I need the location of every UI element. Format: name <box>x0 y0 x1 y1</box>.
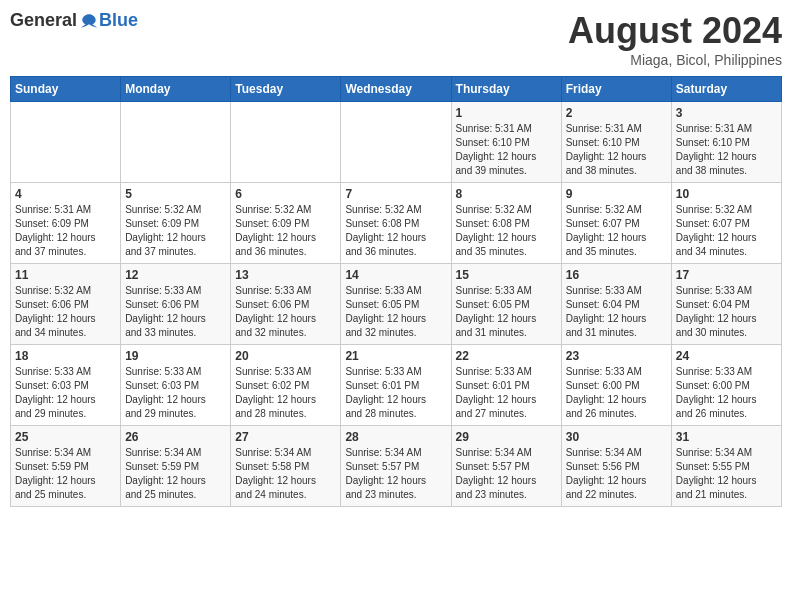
calendar-day-cell: 13Sunrise: 5:33 AM Sunset: 6:06 PM Dayli… <box>231 264 341 345</box>
day-detail: Sunrise: 5:32 AM Sunset: 6:09 PM Dayligh… <box>125 203 226 259</box>
weekday-header-cell: Thursday <box>451 77 561 102</box>
weekday-header-cell: Monday <box>121 77 231 102</box>
calendar-day-cell: 16Sunrise: 5:33 AM Sunset: 6:04 PM Dayli… <box>561 264 671 345</box>
day-number: 27 <box>235 430 336 444</box>
day-number: 25 <box>15 430 116 444</box>
day-number: 18 <box>15 349 116 363</box>
day-detail: Sunrise: 5:34 AM Sunset: 5:59 PM Dayligh… <box>125 446 226 502</box>
day-number: 19 <box>125 349 226 363</box>
logo-general-text: General <box>10 10 77 31</box>
calendar-day-cell: 27Sunrise: 5:34 AM Sunset: 5:58 PM Dayli… <box>231 426 341 507</box>
day-number: 8 <box>456 187 557 201</box>
day-detail: Sunrise: 5:33 AM Sunset: 6:05 PM Dayligh… <box>345 284 446 340</box>
month-title: August 2024 <box>568 10 782 52</box>
calendar-week-row: 4Sunrise: 5:31 AM Sunset: 6:09 PM Daylig… <box>11 183 782 264</box>
location-title: Miaga, Bicol, Philippines <box>568 52 782 68</box>
day-detail: Sunrise: 5:31 AM Sunset: 6:10 PM Dayligh… <box>456 122 557 178</box>
weekday-header-row: SundayMondayTuesdayWednesdayThursdayFrid… <box>11 77 782 102</box>
day-detail: Sunrise: 5:34 AM Sunset: 5:59 PM Dayligh… <box>15 446 116 502</box>
calendar-day-cell: 8Sunrise: 5:32 AM Sunset: 6:08 PM Daylig… <box>451 183 561 264</box>
weekday-header-cell: Tuesday <box>231 77 341 102</box>
day-number: 2 <box>566 106 667 120</box>
calendar-day-cell: 12Sunrise: 5:33 AM Sunset: 6:06 PM Dayli… <box>121 264 231 345</box>
day-number: 22 <box>456 349 557 363</box>
calendar-day-cell: 28Sunrise: 5:34 AM Sunset: 5:57 PM Dayli… <box>341 426 451 507</box>
day-number: 5 <box>125 187 226 201</box>
day-number: 15 <box>456 268 557 282</box>
day-detail: Sunrise: 5:34 AM Sunset: 5:56 PM Dayligh… <box>566 446 667 502</box>
weekday-header-cell: Friday <box>561 77 671 102</box>
calendar-week-row: 11Sunrise: 5:32 AM Sunset: 6:06 PM Dayli… <box>11 264 782 345</box>
calendar-day-cell: 18Sunrise: 5:33 AM Sunset: 6:03 PM Dayli… <box>11 345 121 426</box>
day-number: 11 <box>15 268 116 282</box>
day-detail: Sunrise: 5:31 AM Sunset: 6:10 PM Dayligh… <box>676 122 777 178</box>
day-detail: Sunrise: 5:33 AM Sunset: 6:01 PM Dayligh… <box>345 365 446 421</box>
calendar-day-cell: 15Sunrise: 5:33 AM Sunset: 6:05 PM Dayli… <box>451 264 561 345</box>
day-number: 20 <box>235 349 336 363</box>
day-detail: Sunrise: 5:34 AM Sunset: 5:57 PM Dayligh… <box>456 446 557 502</box>
calendar-week-row: 18Sunrise: 5:33 AM Sunset: 6:03 PM Dayli… <box>11 345 782 426</box>
calendar-day-cell: 11Sunrise: 5:32 AM Sunset: 6:06 PM Dayli… <box>11 264 121 345</box>
day-number: 13 <box>235 268 336 282</box>
day-detail: Sunrise: 5:32 AM Sunset: 6:08 PM Dayligh… <box>345 203 446 259</box>
day-detail: Sunrise: 5:32 AM Sunset: 6:07 PM Dayligh… <box>676 203 777 259</box>
day-number: 1 <box>456 106 557 120</box>
calendar-day-cell <box>121 102 231 183</box>
calendar-day-cell: 21Sunrise: 5:33 AM Sunset: 6:01 PM Dayli… <box>341 345 451 426</box>
day-detail: Sunrise: 5:33 AM Sunset: 6:02 PM Dayligh… <box>235 365 336 421</box>
calendar-day-cell: 24Sunrise: 5:33 AM Sunset: 6:00 PM Dayli… <box>671 345 781 426</box>
day-number: 29 <box>456 430 557 444</box>
day-number: 28 <box>345 430 446 444</box>
logo-blue-text: Blue <box>99 10 138 31</box>
weekday-header-cell: Wednesday <box>341 77 451 102</box>
weekday-header-cell: Saturday <box>671 77 781 102</box>
calendar-day-cell: 14Sunrise: 5:33 AM Sunset: 6:05 PM Dayli… <box>341 264 451 345</box>
day-detail: Sunrise: 5:33 AM Sunset: 6:00 PM Dayligh… <box>676 365 777 421</box>
calendar-body: 1Sunrise: 5:31 AM Sunset: 6:10 PM Daylig… <box>11 102 782 507</box>
calendar-day-cell: 19Sunrise: 5:33 AM Sunset: 6:03 PM Dayli… <box>121 345 231 426</box>
day-detail: Sunrise: 5:31 AM Sunset: 6:10 PM Dayligh… <box>566 122 667 178</box>
logo-bird-icon <box>79 11 99 31</box>
day-number: 12 <box>125 268 226 282</box>
page-header: General Blue August 2024 Miaga, Bicol, P… <box>10 10 782 68</box>
calendar-day-cell: 2Sunrise: 5:31 AM Sunset: 6:10 PM Daylig… <box>561 102 671 183</box>
day-detail: Sunrise: 5:34 AM Sunset: 5:58 PM Dayligh… <box>235 446 336 502</box>
calendar-day-cell: 17Sunrise: 5:33 AM Sunset: 6:04 PM Dayli… <box>671 264 781 345</box>
day-number: 24 <box>676 349 777 363</box>
calendar-day-cell: 23Sunrise: 5:33 AM Sunset: 6:00 PM Dayli… <box>561 345 671 426</box>
day-number: 30 <box>566 430 667 444</box>
day-number: 17 <box>676 268 777 282</box>
calendar-day-cell: 4Sunrise: 5:31 AM Sunset: 6:09 PM Daylig… <box>11 183 121 264</box>
day-number: 7 <box>345 187 446 201</box>
calendar-day-cell: 6Sunrise: 5:32 AM Sunset: 6:09 PM Daylig… <box>231 183 341 264</box>
weekday-header-cell: Sunday <box>11 77 121 102</box>
day-detail: Sunrise: 5:34 AM Sunset: 5:55 PM Dayligh… <box>676 446 777 502</box>
calendar-week-row: 1Sunrise: 5:31 AM Sunset: 6:10 PM Daylig… <box>11 102 782 183</box>
day-number: 6 <box>235 187 336 201</box>
day-detail: Sunrise: 5:33 AM Sunset: 6:03 PM Dayligh… <box>15 365 116 421</box>
calendar-day-cell <box>341 102 451 183</box>
day-number: 31 <box>676 430 777 444</box>
calendar-day-cell: 9Sunrise: 5:32 AM Sunset: 6:07 PM Daylig… <box>561 183 671 264</box>
day-number: 3 <box>676 106 777 120</box>
day-detail: Sunrise: 5:32 AM Sunset: 6:06 PM Dayligh… <box>15 284 116 340</box>
calendar-week-row: 25Sunrise: 5:34 AM Sunset: 5:59 PM Dayli… <box>11 426 782 507</box>
calendar-day-cell: 3Sunrise: 5:31 AM Sunset: 6:10 PM Daylig… <box>671 102 781 183</box>
calendar-day-cell: 29Sunrise: 5:34 AM Sunset: 5:57 PM Dayli… <box>451 426 561 507</box>
day-number: 26 <box>125 430 226 444</box>
day-number: 10 <box>676 187 777 201</box>
day-number: 23 <box>566 349 667 363</box>
day-detail: Sunrise: 5:33 AM Sunset: 6:06 PM Dayligh… <box>235 284 336 340</box>
calendar-day-cell: 10Sunrise: 5:32 AM Sunset: 6:07 PM Dayli… <box>671 183 781 264</box>
day-detail: Sunrise: 5:33 AM Sunset: 6:06 PM Dayligh… <box>125 284 226 340</box>
day-detail: Sunrise: 5:33 AM Sunset: 6:03 PM Dayligh… <box>125 365 226 421</box>
calendar-day-cell <box>231 102 341 183</box>
day-detail: Sunrise: 5:33 AM Sunset: 6:01 PM Dayligh… <box>456 365 557 421</box>
calendar-day-cell: 30Sunrise: 5:34 AM Sunset: 5:56 PM Dayli… <box>561 426 671 507</box>
day-detail: Sunrise: 5:33 AM Sunset: 6:00 PM Dayligh… <box>566 365 667 421</box>
calendar-day-cell: 5Sunrise: 5:32 AM Sunset: 6:09 PM Daylig… <box>121 183 231 264</box>
logo: General Blue <box>10 10 138 31</box>
calendar-day-cell: 22Sunrise: 5:33 AM Sunset: 6:01 PM Dayli… <box>451 345 561 426</box>
calendar-day-cell: 26Sunrise: 5:34 AM Sunset: 5:59 PM Dayli… <box>121 426 231 507</box>
calendar-day-cell <box>11 102 121 183</box>
